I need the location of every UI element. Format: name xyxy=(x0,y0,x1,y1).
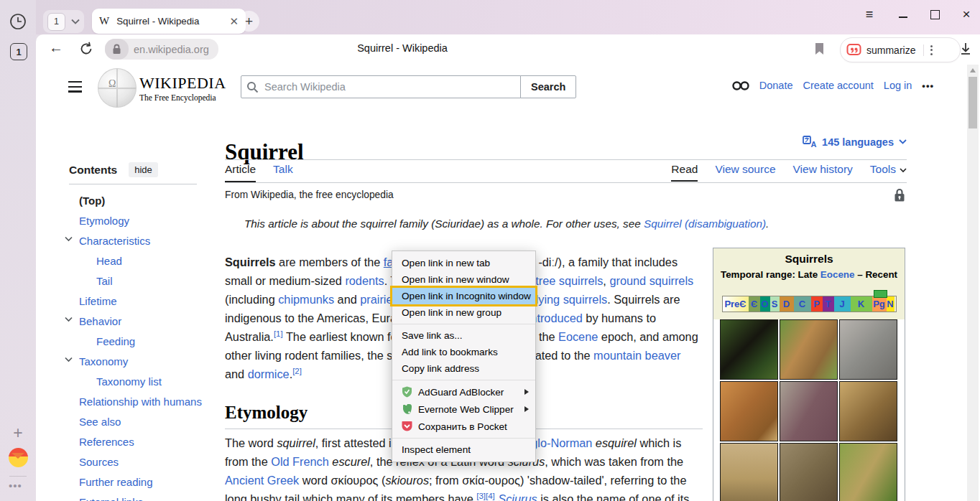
browser-menu-icon[interactable]: ≡ xyxy=(861,6,878,22)
back-icon[interactable]: ← xyxy=(49,39,63,56)
menu-item-add-link-to-bookmarks[interactable]: Add link to bookmarks xyxy=(392,344,535,360)
wiki-link[interactable]: Eocene xyxy=(820,269,855,280)
rail-more-icon[interactable]: ••• xyxy=(9,479,22,492)
tab-read[interactable]: Read xyxy=(671,163,698,182)
menu-item-evernote[interactable]: Evernote Web Clipper xyxy=(392,401,535,418)
toc-item-further-reading[interactable]: Further reading xyxy=(69,472,209,492)
toc-item-external-links[interactable]: External links xyxy=(69,492,209,501)
wiki-link[interactable]: ground squirrels xyxy=(609,274,693,287)
timeline-segment[interactable]: Pg xyxy=(872,296,887,312)
menu-item-open-link-incognito-window[interactable]: Open link in Incognito window xyxy=(392,288,535,304)
active-tab[interactable]: W Squirrel - Wikipedia ✕ xyxy=(92,9,246,34)
header-more-icon[interactable]: ••• xyxy=(922,80,934,91)
languages-button[interactable]: A 145 languages xyxy=(803,136,907,148)
timeline-segment[interactable]: D xyxy=(780,296,794,312)
squirrel-photo[interactable] xyxy=(720,443,778,501)
tab-talk[interactable]: Talk xyxy=(273,163,293,182)
wiki-link[interactable]: rodents xyxy=(345,274,384,287)
menu-item-save-to-pocket[interactable]: Сохранить в Pocket xyxy=(392,418,535,435)
wiki-link[interactable]: mountain beaver xyxy=(593,349,680,362)
toc-item-feeding[interactable]: Feeding xyxy=(69,331,209,351)
search-button[interactable]: Search xyxy=(520,75,576,98)
tab-view-source[interactable]: View source xyxy=(715,163,775,180)
wiki-link[interactable]: tree squirrels xyxy=(535,274,603,287)
toc-item-characteristics[interactable]: Characteristics xyxy=(69,230,209,250)
wiki-main-menu-icon[interactable] xyxy=(68,81,82,93)
squirrel-photo[interactable] xyxy=(839,443,897,501)
toc-item-see-also[interactable]: See also xyxy=(69,411,209,431)
wiki-link[interactable]: [1] xyxy=(274,329,283,338)
toc-item-etymology[interactable]: Etymology xyxy=(69,210,209,230)
wiki-link[interactable]: dormice xyxy=(248,367,290,380)
timeline-segment[interactable]: S xyxy=(770,296,780,312)
url-domain[interactable]: en.wikipedia.org xyxy=(134,44,209,55)
chevron-down-icon[interactable] xyxy=(65,317,73,322)
bookmark-icon[interactable] xyxy=(814,42,825,55)
wiki-link[interactable]: flying squirrels xyxy=(532,293,607,306)
menu-item-save-link-as[interactable]: Save link as... xyxy=(392,327,535,344)
chevron-down-icon[interactable] xyxy=(65,236,73,242)
page-scrollbar[interactable] xyxy=(967,65,979,501)
reload-icon[interactable] xyxy=(78,41,94,57)
new-tab-button[interactable]: + xyxy=(239,11,259,32)
summarize-more-icon[interactable] xyxy=(930,45,933,55)
timeline-segment[interactable]: J xyxy=(834,296,851,312)
menu-item-copy-link-address[interactable]: Copy link address xyxy=(392,360,535,377)
site-info-pill[interactable]: en.wikipedia.org xyxy=(105,39,218,60)
chevron-down-icon[interactable] xyxy=(65,357,73,362)
toc-hide-button[interactable]: hide xyxy=(129,162,158,177)
wiki-link[interactable]: introduced xyxy=(528,312,583,324)
scrollbar-up-arrow[interactable] xyxy=(970,68,976,72)
menu-item-open-link-new-tab[interactable]: Open link in new tab xyxy=(392,255,535,271)
summarize-button[interactable]: summarize xyxy=(840,37,961,62)
squirrel-photo[interactable] xyxy=(839,381,897,441)
downloads-icon[interactable] xyxy=(958,42,973,56)
wiki-link[interactable]: Eocene xyxy=(558,330,598,343)
create-account-link[interactable]: Create account xyxy=(803,80,873,91)
summarize-label[interactable]: summarize xyxy=(866,45,915,56)
wiki-link[interactable]: [2] xyxy=(292,367,302,375)
squirrel-photo[interactable] xyxy=(780,381,838,441)
tab-group-count[interactable]: 1 xyxy=(47,13,65,31)
squirrel-photo[interactable] xyxy=(780,319,838,380)
wikipedia-wordmark[interactable]: WIKIPEDIA The Free Encyclopedia xyxy=(139,74,226,102)
toc-item-references[interactable]: References xyxy=(69,431,209,451)
geologic-timeline[interactable]: PreЄ Є O S D C P T J K Pg N xyxy=(722,296,897,312)
timeline-segment[interactable]: P xyxy=(811,296,823,312)
page-protection-lock-icon[interactable] xyxy=(894,188,905,202)
appearance-icon[interactable] xyxy=(732,80,749,91)
timeline-segment[interactable]: O xyxy=(760,296,770,312)
wiki-link[interactable]: Old French xyxy=(271,455,329,468)
log-in-link[interactable]: Log in xyxy=(884,80,912,91)
address-page-title[interactable]: Squirrel - Wikipedia xyxy=(330,42,474,54)
toc-item-behavior[interactable]: Behavior xyxy=(69,311,209,331)
lock-icon[interactable] xyxy=(105,39,129,60)
toc-item-tail[interactable]: Tail xyxy=(69,271,209,291)
wikipedia-globe-logo[interactable]: Ω xyxy=(98,68,137,108)
tab-tools[interactable]: Tools xyxy=(870,163,907,180)
add-panel-icon[interactable]: + xyxy=(9,424,27,441)
timeline-segment[interactable]: PreЄ xyxy=(723,296,749,312)
tab-group-control[interactable]: 1 xyxy=(43,10,84,33)
panel-count-badge[interactable]: 1 xyxy=(10,43,27,60)
wiki-link[interactable]: chipmunks xyxy=(278,293,334,306)
toc-item-relationship-with-humans[interactable]: Relationship with humans xyxy=(69,391,209,411)
toc-item-taxonomy-list[interactable]: Taxonomy list xyxy=(69,371,209,391)
menu-item-inspect-element[interactable]: Inspect element xyxy=(392,441,535,458)
squirrel-photo[interactable] xyxy=(720,381,778,441)
wiki-link[interactable]: Ancient Greek xyxy=(225,474,299,487)
languages-label[interactable]: 145 languages xyxy=(822,136,894,148)
history-icon[interactable] xyxy=(9,13,27,30)
wiki-link[interactable]: [3][4] xyxy=(476,492,495,500)
wiki-link[interactable]: Squirrel (disambiguation) xyxy=(644,217,766,230)
menu-item-open-link-new-group[interactable]: Open link in new group xyxy=(392,304,535,321)
tab-view-history[interactable]: View history xyxy=(793,163,853,180)
window-close-button[interactable]: × xyxy=(958,6,975,22)
toc-item-lifetime[interactable]: Lifetime xyxy=(69,291,209,311)
wiki-link[interactable]: Sciurus xyxy=(498,492,537,501)
minimize-button[interactable] xyxy=(895,6,912,22)
toc-item-taxonomy[interactable]: Taxonomy xyxy=(69,351,209,371)
timeline-segment[interactable]: K xyxy=(851,296,872,312)
timeline-segment[interactable]: T xyxy=(823,296,834,312)
toc-item-sources[interactable]: Sources xyxy=(69,451,209,472)
